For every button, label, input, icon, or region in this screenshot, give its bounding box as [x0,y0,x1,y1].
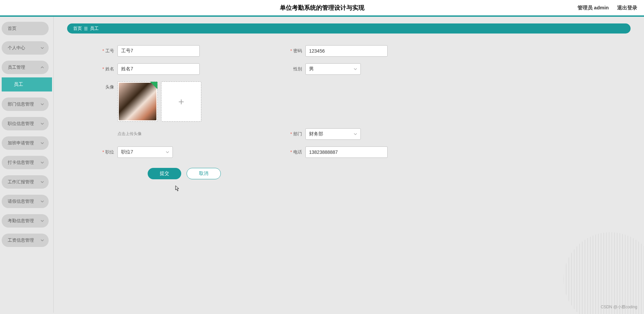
breadcrumb-current: 员工 [90,25,99,32]
gender-select[interactable]: 男 [305,63,361,75]
chevron-down-icon [41,161,44,164]
watermark: CSDN @小蔡coding [601,304,637,310]
avatar-hint: 点击上传头像 [117,131,142,137]
chevron-down-icon [354,131,357,137]
avatar-upload-button[interactable]: ＋ [161,81,201,122]
logout-link[interactable]: 退出登录 [617,5,637,11]
check-corner-icon [150,82,157,89]
position-select[interactable]: 职位7 [117,146,173,158]
label-gender: 性别 [293,66,302,71]
sidebar-item-overtime[interactable]: 加班申请管理 [2,136,49,150]
sidebar-item-report[interactable]: 工作汇报管理 [2,175,49,189]
password-input[interactable] [305,45,388,57]
chevron-down-icon [41,103,44,106]
label-phone: 电话 [293,149,302,154]
avatar-preview[interactable] [117,81,158,122]
label-password: 密码 [293,48,302,53]
chevron-down-icon [41,46,44,50]
chevron-down-icon [41,239,44,242]
employee-form: *工号 *密码 *姓名 性别 男 [67,45,631,179]
sidebar-item-department[interactable]: 部门信息管理 [2,98,49,111]
sidebar-item-home[interactable]: 首页 [2,22,49,35]
decorative-lines [563,232,644,314]
app-title: 单位考勤系统的管理设计与实现 [0,4,644,12]
chevron-down-icon [41,122,44,125]
chevron-down-icon [41,200,44,203]
breadcrumb: 首页 ☰ 员工 [67,23,631,34]
chevron-up-icon [41,66,44,69]
sidebar: 首页 个人中心 员工管理 员工 部门信息管理 职位信息管理 加班申请管理 打卡信… [0,17,54,313]
department-select[interactable]: 财务部 [305,128,361,140]
label-name: 姓名 [105,66,114,71]
chevron-down-icon [41,219,44,223]
sidebar-item-leave[interactable]: 请假信息管理 [2,195,49,208]
sidebar-item-position[interactable]: 职位信息管理 [2,117,49,130]
sidebar-subitem-employee[interactable]: 员工 [2,77,52,91]
name-input[interactable] [117,63,200,75]
breadcrumb-separator-icon: ☰ [84,26,88,31]
chevron-down-icon [41,180,44,184]
content-area: 首页 ☰ 员工 *工号 *密码 *姓名 [54,17,644,313]
chevron-down-icon [41,141,44,145]
chevron-down-icon [166,149,169,155]
label-avatar: 头像 [105,84,114,89]
label-department: 部门 [293,131,302,136]
label-employee-no: 工号 [105,48,114,53]
plus-icon: ＋ [177,95,186,108]
cancel-button[interactable]: 取消 [187,168,221,179]
user-label[interactable]: 管理员 admin [578,5,609,11]
sidebar-item-profile[interactable]: 个人中心 [2,41,49,55]
breadcrumb-home[interactable]: 首页 [73,25,82,32]
sidebar-item-salary[interactable]: 工资信息管理 [2,234,49,247]
sidebar-item-attendance[interactable]: 考勤信息管理 [2,214,49,228]
sidebar-item-checkin[interactable]: 打卡信息管理 [2,156,49,169]
header-bar: 单位考勤系统的管理设计与实现 管理员 admin 退出登录 [0,0,644,17]
chevron-down-icon [354,66,357,72]
employee-no-input[interactable] [117,45,200,57]
submit-button[interactable]: 提交 [148,168,181,179]
sidebar-item-employee-mgmt[interactable]: 员工管理 [2,61,49,74]
phone-input[interactable] [305,146,388,158]
label-position: 职位 [105,149,114,154]
